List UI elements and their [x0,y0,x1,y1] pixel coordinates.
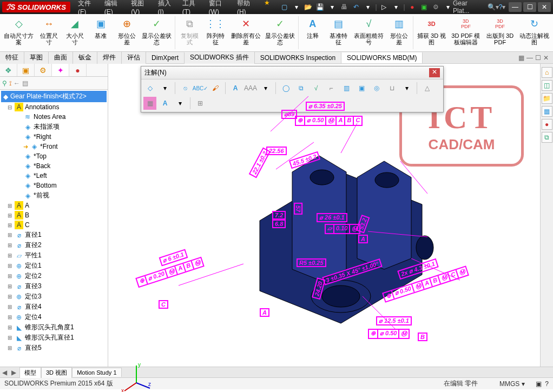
tab-feature[interactable]: 特征 [0,51,24,64]
doc-maximize-icon[interactable]: ☐ [535,54,541,62]
appearances-icon[interactable]: ● [542,119,552,130]
tree-pos3[interactable]: ⊞⊕定位3 [1,291,107,302]
tree-csk-angle1[interactable]: ⊞◣锥形沉头孔角度1 [1,322,107,333]
help-icon[interactable]: ? [499,3,503,11]
capture-3d-button[interactable]: 3D捕获 3D 视图 [415,15,448,50]
auto-dim-button[interactable]: ◇自动尺寸方案 [2,15,35,50]
filter-icon[interactable]: ⚲ [2,79,7,87]
print-icon[interactable]: 🖶 [339,2,349,12]
custom-props-icon[interactable]: ⧉ [542,132,552,143]
datum-symbol[interactable]: B [418,333,427,341]
dim-value[interactable]: 6.8 [272,220,286,228]
dropdown-icon[interactable]: ▾ [443,2,453,12]
pos-dim-button[interactable]: ↔位置尺寸 [36,15,61,50]
dropdown-icon[interactable]: ▾ [327,2,337,12]
design-library-icon[interactable]: ◫ [542,80,552,91]
tree-unspecified[interactable]: ◈未指派项 [1,122,107,132]
tree-annotations[interactable]: ⊟AAnnotations [1,102,107,112]
status-help-icon[interactable]: ? [545,380,549,388]
measure-icon[interactable]: ⟟ [9,79,11,87]
dim-value[interactable]: ⌀ 6.35 ±0.25 [306,102,345,111]
dim-value[interactable]: ⌀ 12.5 ±0.1 [376,316,412,325]
pdf-template-button[interactable]: 3D PDF3D PDF 模板编辑器 [449,15,482,50]
tab-motion[interactable]: Motion Study 1 [72,368,121,377]
undo-icon[interactable]: ↶ [351,2,361,12]
tree-right[interactable]: ◈*Right [1,132,107,142]
tree-left[interactable]: ◈*Left [1,171,107,181]
view-palette-icon[interactable]: ▦ [542,106,552,117]
tree-bottom[interactable]: ◈*Bottom [1,181,107,190]
gtol-frame[interactable]: ⊕⌀ 0.50ⓂABC [295,116,363,126]
dropdown-icon[interactable]: ▾ [292,2,301,12]
tree-datumC[interactable]: ⊞AC [1,220,107,230]
open-icon[interactable]: 📂 [304,2,313,12]
tab-weldment[interactable]: 焊件 [97,51,122,64]
dynamic-annot-button[interactable]: ↻动态注解视图 [518,15,551,50]
pattern-button[interactable]: ⋮⋮阵列特征 [203,15,228,50]
copy-mode-button[interactable]: ⧉复制模式 [177,15,202,50]
tree-dia1[interactable]: ⊞⌀直径1 [1,230,107,240]
tree-dia5[interactable]: ⊞⌀直径5 [1,343,107,353]
options-icon[interactable]: ⚙ [431,2,441,12]
del-all-tol-button[interactable]: ✕删除所有公差 [229,15,262,50]
show-tol-state2-button[interactable]: ✓显示公差状态 [264,15,297,50]
tab-dimxpert[interactable]: DimXpert [146,52,185,63]
tree-dia3[interactable]: ⊞⌀直径3 [1,281,107,291]
status-units[interactable]: MMGS [499,380,519,388]
dim-value[interactable]: ⌀ 26 ±0.1 [317,213,347,222]
tab-sheetmetal[interactable]: 钣金 [73,51,97,64]
datum-button[interactable]: ▣基准 [88,15,113,50]
feature-tree[interactable]: ◆Gear Plate-finish<模式72> ⊟AAnnotations ≋… [0,90,108,367]
tab-nav-right-icon[interactable]: ▶ [11,369,16,376]
dim-value[interactable]: R5 ±0.25 [297,258,326,267]
show-tol-state-button[interactable]: ✓显示公差状态 [140,15,173,50]
tree-csk-dia1[interactable]: ⊞◣锥形沉头孔直径1 [1,333,107,343]
dim-value[interactable]: 7.2 [272,211,286,220]
tab-nav-left-icon[interactable]: ◀ [2,369,7,376]
tree-dia4[interactable]: ⊞⌀直径4 [1,302,107,312]
tree-datumA[interactable]: ⊞AA [1,201,107,210]
gtol-frame[interactable]: ⊕⌀ 0.50Ⓜ [368,329,410,339]
tree-front[interactable]: ➜◈*Front [1,142,107,151]
tab-surface[interactable]: 曲面 [49,51,73,64]
datum-feature-button[interactable]: ▤基准特征 [326,15,351,50]
status-icon[interactable]: ▣ [536,380,542,388]
tree-datumB[interactable]: ⊞AB [1,210,107,220]
tree-pos4[interactable]: ⊞⊕定位4 [1,312,107,322]
gtol-frame[interactable]: ▱0.10Ⓜ [325,224,360,234]
doc-close-icon[interactable]: ✕ [543,54,549,62]
units-dropdown-icon[interactable]: ▾ [522,380,525,388]
tree-flat1[interactable]: ⊞▱平性1 [1,250,107,261]
tab-model[interactable]: 模型 [19,367,41,378]
tab-sketch[interactable]: 草图 [24,51,49,64]
datum-symbol[interactable]: A [358,235,368,243]
display-tab-icon[interactable]: ● [69,64,87,76]
tab-swinspect[interactable]: SOLIDWORKS Inspection [255,52,341,63]
tree-root[interactable]: ◆Gear Plate-finish<模式72> [1,91,107,102]
tree-top[interactable]: ◈*Top [1,151,107,161]
dropdown-icon[interactable]: ▾ [363,2,373,12]
tree-notesarea[interactable]: ≋Notes Area [1,112,107,122]
forward-icon[interactable]: ▤ [22,79,28,87]
propmanager-tab-icon[interactable]: ▣ [17,64,35,76]
3d-viewport[interactable]: ICT CAD/CAM 注解(N)✕ ◇ ▾ ⍉ ABC✓ 🖌 A AAA ▾ … [108,64,540,367]
doc-minimize-icon[interactable]: — [526,54,533,62]
save-icon[interactable]: 💾 [315,2,325,12]
file-explorer-icon[interactable]: 📁 [542,93,552,104]
datum-symbol[interactable]: A [260,308,269,317]
note-button[interactable]: A注释 [300,15,325,50]
datum-symbol[interactable]: C [159,300,168,309]
new-icon[interactable]: ▢ [280,2,289,12]
rebuild-icon[interactable]: ▣ [419,2,429,12]
size-dim-button[interactable]: ◢大小尺寸 [62,15,87,50]
tab-swmbd[interactable]: SOLIDWORKS MBD(M) [341,52,423,63]
tree-dia2[interactable]: ⊞⌀直径2 [1,240,107,250]
tree-pos2[interactable]: ⊞⊕定位2 [1,271,107,281]
publish-pdf-button[interactable]: 3D PDF出版到 3D PDF [484,15,517,50]
close-button[interactable]: ✕ [538,2,551,12]
tab-evaluate[interactable]: 评估 [122,51,146,64]
select-icon[interactable]: ▷ [379,2,389,12]
featuretree-tab-icon[interactable]: ❖ [0,64,17,76]
tree-frontview[interactable]: ◈*前视 [1,190,107,201]
maximize-button[interactable]: ☐ [523,2,536,12]
